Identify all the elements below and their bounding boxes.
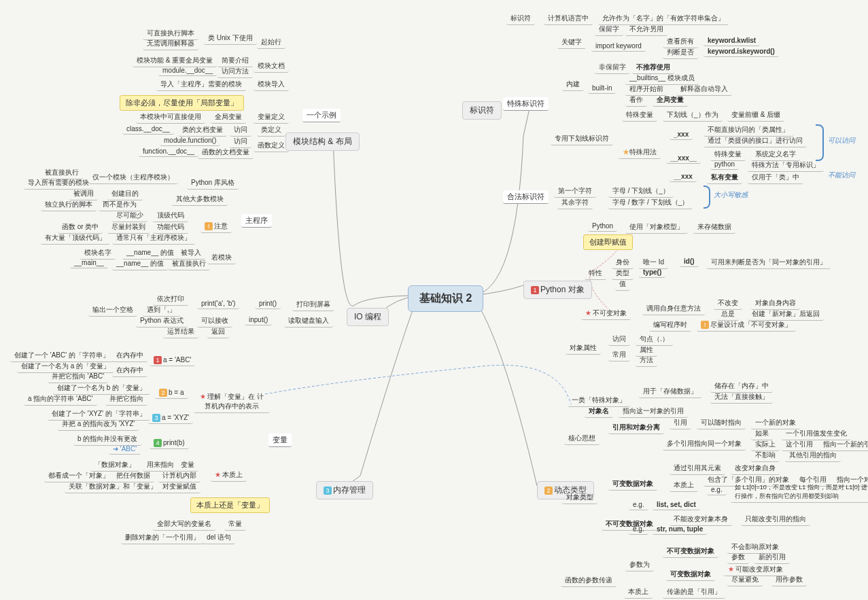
r3-d: 函数的参数传递 — [561, 574, 617, 587]
r1-b3m: __xxx — [670, 171, 697, 182]
r1-b1f: 判断是否 — [663, 46, 698, 59]
l1-a1: 起始行 — [257, 36, 285, 49]
r3-b1b: 可以随时指向 — [697, 417, 746, 429]
l3-a1: ★理解「变量」在 计算机内存中的表示 — [194, 391, 270, 413]
l1-a2c: 访问方法 — [218, 65, 253, 78]
r3-d1: 参数为 — [625, 559, 654, 571]
r1-b1a: 保留字 — [595, 23, 623, 36]
l3-b2: del 语句 — [203, 531, 235, 544]
l1-a6: 函数定义 — [254, 139, 289, 152]
l1-a3: 模块导入 — [254, 78, 289, 91]
r1-b1b: 不允许另用 — [625, 23, 667, 36]
l3-b3: 删除对象的「一个引用」 — [121, 531, 204, 544]
r3-d1d: 新的引用 — [754, 551, 790, 564]
r2-title: 1Python 对象 — [523, 281, 592, 299]
r2-d2: 常用 — [608, 349, 630, 361]
l1-a4: 变量定义 — [254, 111, 289, 124]
r2-b1c: 可用来判断是否为「同一对象的引用」 — [707, 256, 831, 269]
r3-b1a: 引用 — [670, 417, 691, 429]
r1-b: 特殊标识符 — [503, 97, 549, 111]
l3-a12b: 并把它指向 — [105, 393, 147, 406]
r3-b2f: 不影响 — [751, 449, 780, 462]
l1-a6c: 函数的文档变量 — [198, 146, 254, 159]
r1-b1: 关键字 — [557, 36, 586, 49]
l2-a: 打印到屏幕 — [292, 298, 334, 311]
l3-title: 3内存管理 — [316, 481, 373, 499]
r3-a1: 用于「存储数据」 — [639, 385, 701, 398]
l1-b3: !注意 — [201, 220, 232, 233]
r3-d1e: 可变数据对象 — [666, 568, 715, 581]
r3-c1h: 如 L1[0]=10，不是改变 L1 指向，而是对 L1[0] 进行操作，所有指… — [731, 482, 868, 503]
l1-a4a: 全局变量 — [211, 111, 246, 124]
r2-d: 对象属性 — [566, 342, 601, 355]
l3-tip: 本质上还是「变量」 — [190, 497, 270, 513]
r3-c2c: e.g. — [629, 524, 648, 535]
r3-d1a: 不可变数据对象 — [663, 545, 718, 558]
r1-b3o: 仅用于「类」中 — [748, 171, 803, 184]
r1-c3: 其余字符 — [557, 196, 593, 209]
l1-title: 模块结构 & 布局 — [285, 133, 360, 151]
r1-an2: 不能访问 — [828, 171, 855, 180]
r1-b2c: built-in — [588, 83, 616, 94]
r3-c2b: 只能改变引用的指向 — [741, 513, 810, 526]
l1-b4f: __main__ — [70, 258, 108, 268]
l3-a: 变量 — [268, 434, 292, 447]
r1-b3k: python — [710, 159, 739, 170]
l3-a2g: 对变量赋值 — [158, 480, 201, 493]
l2-b4: 返回 — [207, 325, 229, 338]
l1-a5c: class.__doc__ — [122, 124, 174, 135]
l1-a2: 模块文档 — [254, 60, 289, 73]
r1-b1c: import keyword — [591, 41, 646, 52]
l2-b5: 运算结果 — [163, 325, 198, 338]
r1-b1g: keyword.iskeyword() — [704, 46, 779, 57]
r2-tip: 创建即赋值 — [583, 234, 633, 250]
r1-b2h: 全局变量 — [653, 94, 688, 107]
r3-d2a: 传递的是「引用」 — [663, 586, 725, 599]
r3-c1j: list, set, dict — [653, 499, 700, 510]
l3-b1: 全部大写的变量名 — [153, 518, 215, 531]
l2-a5: 输出一个空格 — [88, 304, 137, 317]
r1-b3n: 私有变量 — [707, 171, 742, 184]
l3-a11a: 在内存中 — [112, 349, 147, 362]
root-node: 基础知识 2 — [408, 285, 483, 312]
r1-b3a: 特殊变量 — [622, 109, 657, 122]
r3-a2: 对象名 — [585, 405, 613, 418]
r2-d1: 访问 — [608, 333, 630, 346]
r3-b2: 多个引用指向同一个对象 — [663, 438, 746, 451]
r1-b3e: _xxx — [670, 129, 693, 140]
r2-b3: 值 — [615, 278, 630, 291]
l2-b1: input() — [245, 315, 272, 325]
l1-a2d: module.__doc__ — [158, 65, 217, 76]
l3-a12c: a 指向的字符串 'ABC' — [24, 393, 97, 406]
r2-a2: 来存储数据 — [693, 221, 735, 234]
r2-a1: 使用「对象模型」 — [625, 221, 688, 234]
l3-b: 常量 — [224, 518, 246, 531]
l3-a13b: 并把 a 的指向改为 'XYZ' — [58, 418, 139, 431]
l1-a4b: 本模块中可直接使用 — [136, 111, 205, 124]
l1-b4e: __name__ 的值 — [112, 258, 168, 270]
l2-title: IO 编程 — [347, 308, 389, 326]
l2-a1: print() — [255, 298, 281, 309]
l2-a2: print('a', 'b') — [197, 298, 239, 309]
r3-c1g: e.g. — [707, 484, 727, 495]
l3-a2h: 关联「数据对象」和「变量」 — [65, 480, 161, 493]
l1-b1: Python 库风格 — [187, 177, 239, 190]
r3-d1g: 尽量避免 — [727, 573, 763, 586]
l1-b: 主程序 — [241, 214, 272, 228]
l1-a1a: 类 Unix 下使用 — [204, 32, 257, 45]
r2-b2a: type() — [639, 267, 665, 278]
l1-b4: 若模块 — [207, 251, 236, 264]
l1-b1a: 仅一个模块（主程序模块） — [88, 171, 178, 184]
l3-a14b: ➜ 'ABC' — [109, 444, 141, 455]
r1-b3g: 通过「类提供的接口」进行访问 — [704, 135, 807, 147]
r2-b: 特性 — [585, 267, 606, 280]
l1-ex: 一个示例 — [302, 109, 341, 122]
r3-d1c: 参数 — [727, 551, 749, 564]
r3-b: 核心思想 — [564, 432, 600, 445]
l3-a11c: 在内存中 — [112, 364, 147, 377]
r1-b3: 专用下划线标识符 — [551, 133, 613, 145]
l3-a11: 1a = 'ABC' — [150, 355, 195, 366]
l1-a3a: 导入「主程序」需要的模块 — [156, 78, 246, 91]
r2-c2a: !尽量设计成「不可变对象」 — [697, 319, 796, 332]
r1-b3b: 下划线（_）作为 — [663, 109, 723, 122]
